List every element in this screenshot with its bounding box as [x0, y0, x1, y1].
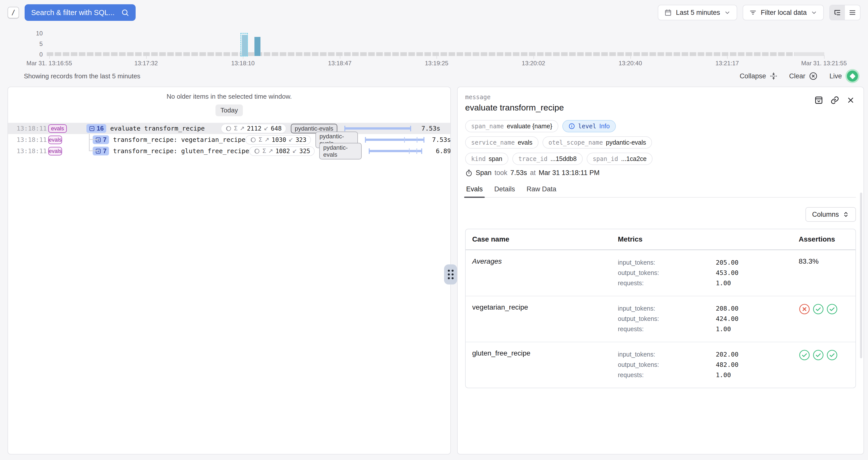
- metric-label: output_tokens:: [618, 360, 716, 370]
- time-range-button[interactable]: Last 5 minutes: [658, 5, 737, 20]
- col-header-metrics: Metrics: [618, 229, 799, 249]
- search-button[interactable]: Search & filter with SQL...: [25, 4, 135, 21]
- level-chip[interactable]: level Info: [562, 120, 616, 132]
- link-icon: [830, 96, 839, 105]
- duration-bar: [369, 145, 428, 157]
- table-row[interactable]: Averages input_tokens:205.00 output_toke…: [466, 250, 856, 296]
- collapse-button[interactable]: Collapse: [740, 72, 778, 80]
- chip-key: trace_id: [518, 156, 548, 162]
- assertion-icons: [799, 303, 849, 315]
- span-detail-panel: message evaluate transform_recipe span_n…: [457, 87, 864, 455]
- columns-button[interactable]: Columns: [805, 207, 856, 222]
- chip-value: Info: [599, 123, 610, 130]
- clear-button[interactable]: Clear: [789, 72, 818, 80]
- slash-shortcut-key: /: [7, 7, 19, 18]
- expand-span-count-badge[interactable]: 7: [93, 146, 109, 156]
- clear-circle-x-icon: [809, 72, 818, 80]
- flat-list-toggle[interactable]: [845, 5, 860, 20]
- tab-details[interactable]: Details: [493, 185, 516, 197]
- panel-resize-handle[interactable]: [444, 264, 457, 285]
- close-icon: [846, 96, 855, 104]
- arrow-up-right-icon: ↗: [265, 136, 269, 143]
- trace-rows: 13:18:11 evals 16 evaluate transform_rec…: [8, 123, 450, 157]
- close-panel-button[interactable]: [846, 96, 855, 104]
- sort-chevrons-icon: [842, 211, 849, 218]
- x-axis-tick: [146, 55, 147, 59]
- case-name: gluten_free_recipe: [472, 349, 530, 357]
- sigma-icon: Σ: [262, 147, 266, 155]
- today-divider-pill[interactable]: Today: [216, 104, 243, 116]
- collapse-label: Collapse: [740, 72, 766, 80]
- tab-evals[interactable]: Evals: [465, 185, 484, 197]
- x-axis-tick: [824, 55, 825, 59]
- span-name-chip[interactable]: span_name evaluate {name}: [465, 120, 558, 132]
- metric-label: input_tokens:: [618, 257, 716, 268]
- otel-scope-chip[interactable]: otel_scope_name pydantic-evals: [542, 136, 652, 149]
- trace-row[interactable]: 13:18:11 evals 7 transform_recipe: glute…: [8, 145, 450, 157]
- expand-span-count-badge[interactable]: 7: [93, 135, 109, 144]
- dock-bottom-icon: [814, 96, 823, 105]
- arrow-down-left-icon: ↙: [264, 125, 269, 132]
- span-duration-line: Span took 7.53s at Mar 31 13:18:11 PM: [465, 169, 856, 177]
- metric-value: 1.00: [716, 324, 799, 334]
- chip-value: ...15ddb8: [551, 155, 577, 162]
- columns-button-label: Columns: [812, 211, 839, 219]
- metric-label: output_tokens:: [618, 314, 716, 324]
- table-row[interactable]: gluten_free_recipe input_tokens:202.00 o…: [466, 342, 856, 388]
- chevron-down-icon: [811, 9, 817, 16]
- timeline-chart[interactable]: 1050Mar 31. 13:16:5513:17:3213:18:1013:1…: [0, 25, 868, 67]
- token-metrics-chip: Σ ↗1082 ↙325: [249, 146, 315, 156]
- metric-value: 453.00: [716, 268, 799, 278]
- env-badge: evals: [48, 124, 67, 133]
- tab-raw-data[interactable]: Raw Data: [526, 185, 558, 197]
- kind-chip[interactable]: kind span: [465, 153, 508, 165]
- took-duration: 7.53s: [510, 169, 527, 177]
- metric-label: output_tokens:: [618, 268, 716, 278]
- assertion-pass-icon: [812, 349, 824, 361]
- tree-view-toggle[interactable]: [830, 5, 845, 20]
- main-area: No older items in the selected time wind…: [7, 87, 864, 455]
- metric-label: requests:: [618, 324, 716, 334]
- x-axis-tick: [533, 55, 534, 59]
- x-axis-tick-label: Mar 31. 13:21:55: [801, 60, 847, 67]
- histogram-bar[interactable]: [254, 37, 260, 56]
- evals-table: Case name Metrics Assertions Averages in…: [465, 229, 856, 388]
- table-row[interactable]: vegetarian_recipe input_tokens:208.00 ou…: [466, 296, 856, 342]
- duration-label: 7.53s: [416, 125, 440, 132]
- span-name: evaluate transform_recipe: [110, 125, 205, 132]
- plus-square-icon: [95, 148, 101, 154]
- filter-local-data-button[interactable]: Filter local data: [743, 5, 824, 20]
- child-count: 7: [103, 136, 106, 143]
- chip-value: pydantic-evals: [606, 139, 646, 146]
- case-name: vegetarian_recipe: [472, 303, 528, 311]
- list-icon: [849, 9, 856, 16]
- row-timestamp: 13:18:11: [17, 125, 45, 132]
- x-axis-tick: [340, 55, 340, 59]
- topbar: / Search & filter with SQL... Last 5 min…: [0, 0, 868, 25]
- x-axis-tick-label: 13:19:25: [425, 60, 448, 67]
- metric-value: 205.00: [716, 257, 799, 268]
- env-badge: evals: [48, 136, 62, 144]
- chip-key: span_name: [471, 123, 504, 130]
- live-toggle[interactable]: Live: [829, 69, 860, 83]
- copy-link-button[interactable]: [830, 96, 839, 105]
- child-count: 7: [103, 147, 106, 155]
- collapse-span-count-badge[interactable]: 16: [86, 124, 106, 133]
- assertion-pass-icon: [799, 349, 810, 361]
- arrow-down-left-icon: ↙: [288, 136, 293, 143]
- dock-panel-button[interactable]: [814, 96, 823, 105]
- x-axis-tick-label: 13:20:02: [522, 60, 545, 67]
- x-axis-tick-label: 13:21:17: [715, 60, 739, 67]
- y-axis-tick-label: 10: [28, 30, 43, 37]
- service-name-chip[interactable]: service_name evals: [465, 136, 538, 149]
- x-axis-tick-label: 13:17:32: [134, 60, 158, 67]
- span-id-chip[interactable]: span_id ...1ca2ce: [587, 153, 653, 165]
- view-mode-segmented-control: [829, 5, 861, 20]
- assertion-pass-icon: [826, 303, 838, 315]
- trace-id-chip[interactable]: trace_id ...15ddb8: [513, 153, 583, 165]
- panel-scrollbar[interactable]: [860, 193, 862, 358]
- drag-dots-icon: [448, 270, 454, 279]
- list-tree-icon: [834, 9, 841, 16]
- trace-list-panel: No older items in the selected time wind…: [7, 87, 451, 455]
- empty-window-note: No older items in the selected time wind…: [8, 93, 450, 100]
